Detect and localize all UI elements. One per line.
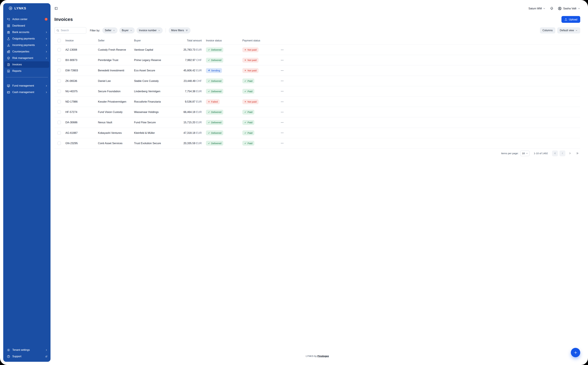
column-header-seller[interactable]: Seller	[98, 39, 134, 42]
more-filters-button[interactable]: More filters	[169, 27, 191, 34]
column-header-payment-status[interactable]: Payment status	[238, 39, 278, 42]
column-header-invoice[interactable]: Invoice	[65, 39, 98, 42]
row-actions-button[interactable]	[281, 111, 284, 114]
column-header-total-amount[interactable]: Total amount	[170, 39, 202, 42]
row-checkbox[interactable]	[57, 141, 61, 145]
invoice-status-cell: Delivered	[202, 89, 238, 94]
status-badge: Delivered	[206, 78, 223, 83]
status-badge: Paid	[242, 78, 254, 83]
sidebar-item-action-center[interactable]: Action center!	[5, 16, 49, 22]
row-checkbox[interactable]	[57, 69, 61, 72]
buyer-cell: Prime Legacy Reserve	[134, 59, 170, 62]
check-icon	[208, 121, 210, 123]
chevron-right-icon	[45, 31, 48, 34]
payment-status-cell: Paid	[238, 110, 278, 115]
status-badge: Delivered	[206, 47, 223, 52]
topbar: Saturn WM Sasha Valli	[54, 3, 294, 14]
table-row[interactable]: HF-57274Fund Vision CustodyWassenaar Hol…	[54, 107, 294, 117]
page-title: Invoices	[54, 17, 73, 22]
table-row[interactable]: BX-90973Pennbridge TrustPrime Legacy Res…	[54, 55, 294, 65]
row-actions-button[interactable]	[281, 141, 284, 145]
table-row[interactable]: AG-61887Kobayashi VenturesKleinfeld & Mü…	[54, 128, 294, 138]
column-header-invoice-status[interactable]: Invoice status	[202, 39, 238, 42]
row-checkbox[interactable]	[57, 131, 61, 135]
row-actions-button[interactable]	[281, 48, 284, 51]
row-actions-button[interactable]	[281, 131, 284, 134]
row-actions-button[interactable]	[281, 100, 284, 103]
check-icon	[208, 111, 210, 113]
sidebar-item-fund-management[interactable]: Fund management	[5, 83, 49, 89]
sidebar-item-risk-management[interactable]: Risk management	[5, 55, 49, 61]
table-row[interactable]: DA-30686Nexus VaultFund Flow Secure15,71…	[54, 117, 294, 128]
check-icon	[244, 111, 246, 113]
outgoing-payments-icon	[7, 37, 10, 41]
row-checkbox[interactable]	[57, 58, 61, 62]
row-checkbox[interactable]	[57, 110, 61, 114]
chevron-right-icon	[45, 50, 48, 53]
check-icon	[208, 80, 210, 82]
sidebar-item-incoming-payments[interactable]: Incoming payments	[5, 42, 49, 48]
chevron-down-icon	[158, 29, 160, 32]
payment-status-cell: Paid	[238, 78, 278, 83]
buyer-cell: Kleinfeld & Müller	[134, 131, 170, 134]
column-header-buyer[interactable]: Buyer	[134, 39, 170, 42]
row-actions-button[interactable]	[281, 59, 284, 62]
filter-chip-invoice-number[interactable]: Invoice number	[136, 27, 163, 34]
action-center-icon	[7, 18, 10, 21]
panel-toggle-icon	[54, 7, 58, 10]
sidebar-toggle-button[interactable]	[54, 7, 58, 10]
filter-chips: SellerBuyerInvoice number	[102, 27, 163, 34]
row-actions-button[interactable]	[281, 121, 284, 124]
filter-chip-seller[interactable]: Seller	[102, 27, 118, 34]
fund-management-icon	[7, 84, 10, 88]
table-row[interactable]: EW-73903Benedetti InvestimentiEco Asset …	[54, 65, 294, 76]
chevron-right-icon	[45, 44, 48, 46]
app-logo[interactable]: LYNKS	[3, 3, 50, 10]
sidebar-item-dashboard[interactable]: Dashboard	[5, 22, 49, 29]
invoice-status-cell: Delivered	[202, 130, 238, 135]
row-checkbox[interactable]	[57, 90, 61, 93]
sidebar-item-cash-management[interactable]: Cash management	[5, 89, 49, 95]
status-badge: Delivered	[206, 120, 223, 125]
table-row[interactable]: GN-23295Conti Asset ServicesTrust Evolut…	[54, 138, 294, 148]
sidebar-item-invoices[interactable]: Invoices	[5, 61, 49, 68]
row-checkbox[interactable]	[57, 48, 61, 51]
row-actions-button[interactable]	[281, 79, 284, 83]
row-checkbox[interactable]	[57, 121, 61, 124]
row-actions-button[interactable]	[281, 69, 284, 72]
invoice-cell: ZK-06536	[65, 79, 98, 83]
check-icon	[244, 142, 246, 144]
invoice-status-cell: Delivered	[202, 78, 238, 83]
sidebar-item-counterparties[interactable]: Counterparties	[5, 48, 49, 55]
check-icon	[244, 90, 246, 92]
seller-cell: Fund Vision Custody	[98, 111, 134, 113]
select-all-checkbox[interactable]	[57, 39, 61, 42]
search-input[interactable]	[55, 27, 86, 34]
table-row[interactable]: AZ-13008Custody Fresh ReserveVantisse Ca…	[54, 45, 294, 55]
row-actions-button[interactable]	[281, 90, 284, 93]
cash-management-icon	[7, 91, 10, 94]
chevron-right-icon	[45, 37, 48, 40]
row-checkbox[interactable]	[57, 100, 61, 103]
check-icon	[208, 90, 210, 92]
lynks-logo-icon	[8, 6, 13, 10]
check-icon	[208, 142, 210, 144]
x-icon	[244, 59, 246, 61]
table-row[interactable]: ND-17986Kessler PrivatvermögenRoccaforte…	[54, 97, 294, 107]
buyer-cell: Lindenberg Vermögen	[134, 90, 170, 93]
row-checkbox[interactable]	[57, 79, 61, 83]
invoice-cell: NU-40375	[65, 90, 98, 93]
table-row[interactable]: ZK-06536Daniel LeeStable Core Custody23,…	[54, 76, 294, 86]
filter-chip-buyer[interactable]: Buyer	[119, 27, 135, 34]
invoice-cell: ND-17986	[65, 100, 98, 103]
seller-cell: Conti Asset Services	[98, 142, 134, 145]
buyer-cell: Fund Flow Secure	[134, 121, 170, 124]
table-row[interactable]: NU-40375Secure FoundationLindenberg Verm…	[54, 86, 294, 97]
sidebar-item-reports[interactable]: Reports	[5, 68, 49, 74]
counterparties-icon	[7, 50, 10, 53]
status-badge: Failed	[206, 99, 220, 104]
sidebar-item-bank-accounts[interactable]: Bank accounts	[5, 29, 49, 35]
sidebar-item-outgoing-payments[interactable]: Outgoing payments	[5, 35, 49, 42]
status-badge: Paid	[242, 89, 254, 94]
amount-cell: 15,715.20 EUR	[170, 121, 202, 124]
